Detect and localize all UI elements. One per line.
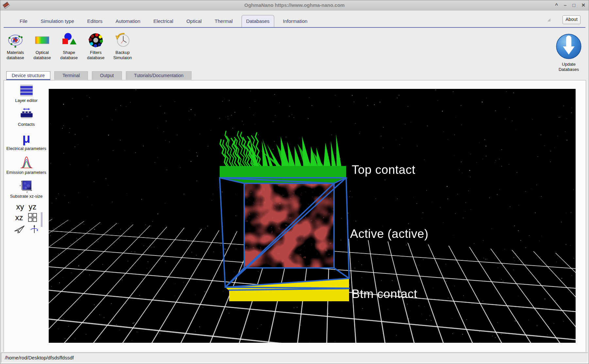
shape-database-icon <box>61 32 77 48</box>
electrical-parameters-icon: μ <box>19 131 34 145</box>
sidebar-item-emission-parameters[interactable]: Emission parameters <box>4 155 49 175</box>
ribbon-label: Backup Simulaion <box>111 50 134 61</box>
menu-item-optical[interactable]: Optical <box>182 15 206 27</box>
materials-database-icon <box>8 32 23 48</box>
filters-database-icon <box>88 32 104 48</box>
ribbon-shape-database[interactable]: Shape database <box>57 32 81 61</box>
paper-plane-icon[interactable] <box>14 225 25 235</box>
menu-item-editors[interactable]: Editors <box>83 15 107 27</box>
menu-item-simulation-type[interactable]: Simulation type <box>36 15 78 27</box>
view-tabs: Device structureTerminalOutputTutorials/… <box>6 71 192 80</box>
maximize-button[interactable]: □ <box>572 0 575 10</box>
simulation-path: /home/rod/Desktop/dfsdsffdssdf <box>1 353 588 363</box>
sidebar-item-electrical-parameters[interactable]: μElectrical parameters <box>4 131 49 151</box>
ribbon-materials-database[interactable]: Materials database <box>4 32 27 61</box>
close-button[interactable]: ✕ <box>581 0 585 10</box>
menu-item-file[interactable]: File <box>15 15 32 27</box>
resize-grip-icon: ◢ <box>547 17 550 22</box>
substrate-xz-size-icon: x z <box>19 179 34 193</box>
svg-text:x: x <box>20 184 21 187</box>
window-controls: ^–□✕ <box>555 0 585 10</box>
ribbon-label: Update Databases <box>555 62 583 73</box>
menubar: FileSimulation typeEditorsAutomationElec… <box>15 13 312 27</box>
sidebar-item-substrate-xz-size[interactable]: x z Substrate xz-size <box>4 179 49 199</box>
menu-item-thermal[interactable]: Thermal <box>210 15 237 27</box>
contacts-icon <box>19 107 34 121</box>
sidebar-item-label: Contacts <box>4 122 49 127</box>
ribbon-filters-database[interactable]: Filters database <box>84 32 108 61</box>
tab-tutorials-documentation[interactable]: Tutorials/Documentation <box>126 71 192 80</box>
menu-item-databases[interactable]: Databases <box>242 15 274 28</box>
view-button-xy[interactable]: xy <box>16 203 24 211</box>
sidebar-item-contacts[interactable]: Contacts <box>4 107 49 127</box>
shade-button[interactable]: ^ <box>555 0 558 10</box>
rotate-axis-icon[interactable] <box>30 224 39 236</box>
ribbon-update-databases[interactable]: Update Databases <box>555 32 583 73</box>
menu-item-information[interactable]: Information <box>279 15 312 27</box>
splitter-handle[interactable] <box>41 212 42 227</box>
layer-editor-icon <box>19 83 34 97</box>
ribbon-label: Shape database <box>57 50 81 61</box>
emission-parameters-icon <box>19 155 34 169</box>
app-window: OghmaNano https://www.oghma-nano.com ^–□… <box>0 0 589 364</box>
tab-terminal[interactable]: Terminal <box>54 71 88 80</box>
label-btm-contact: Btm contact <box>352 287 417 301</box>
optical-database-icon <box>34 32 50 48</box>
ribbon-items: Materials database Optical database Shap… <box>4 32 134 61</box>
window-title: OghmaNano https://www.oghma-nano.com <box>0 0 589 10</box>
ribbon-label: Filters database <box>84 50 108 61</box>
backup-simulation-icon <box>115 32 130 48</box>
sidebar-item-label: Substrate xz-size <box>4 194 49 199</box>
view-button-yz[interactable]: yz <box>29 203 37 211</box>
ribbon-label: Optical database <box>30 50 54 61</box>
menu-item-automation[interactable]: Automation <box>111 15 144 27</box>
label-top-contact: Top contact <box>352 163 415 177</box>
device-3d-viewport[interactable]: Top contact Active (active) Btm contact <box>49 89 576 343</box>
titlebar: OghmaNano https://www.oghma-nano.com ^–□… <box>0 0 589 10</box>
minimize-button[interactable]: – <box>564 0 566 10</box>
tab-device-structure[interactable]: Device structure <box>6 71 50 80</box>
ribbon: Materials database Optical database Shap… <box>0 28 589 70</box>
menu-item-electrical[interactable]: Electrical <box>149 15 177 27</box>
about-button[interactable]: About <box>563 15 581 24</box>
update-databases-icon <box>555 32 583 62</box>
statusbar: /home/rod/Desktop/dfsdsffdssdf <box>0 352 589 364</box>
view-button-xz[interactable]: xz <box>15 214 23 222</box>
label-active-layer: Active (active) <box>350 227 429 241</box>
sidebar-item-layer-editor[interactable]: Layer editor <box>4 83 49 103</box>
ribbon-optical-database[interactable]: Optical database <box>30 32 54 61</box>
ribbon-label: Materials database <box>4 50 27 61</box>
sidebar-item-label: Electrical parameters <box>4 146 49 151</box>
ribbon-backup-simulation[interactable]: Backup Simulaion <box>111 32 134 61</box>
grid-view-button[interactable] <box>28 213 38 223</box>
sidebar-item-label: Emission parameters <box>4 170 49 175</box>
svg-text:z: z <box>26 191 28 193</box>
grass <box>220 131 341 167</box>
content-area: Layer editor ContactsμElectrical paramet… <box>4 80 586 352</box>
device-structure <box>49 89 576 343</box>
sidebar-item-label: Layer editor <box>4 98 49 103</box>
tab-output[interactable]: Output <box>92 71 122 80</box>
